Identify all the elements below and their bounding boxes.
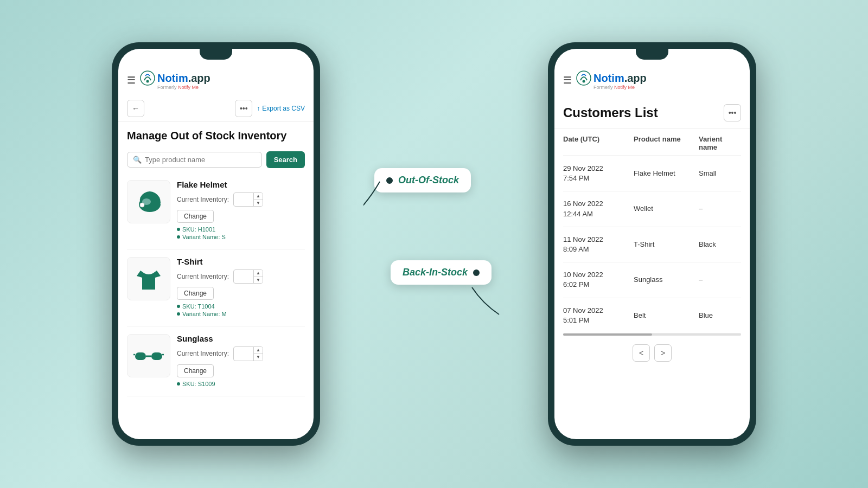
spin-down-1[interactable]: ▼ (254, 277, 263, 284)
scroll-thumb (563, 333, 652, 336)
row3-product: Sunglass (634, 275, 699, 285)
col-product: Product name (634, 135, 699, 151)
export-label: Export as CSV (262, 105, 305, 112)
change-button-1[interactable]: Change (177, 287, 214, 300)
variant-0: Variant Name: S (177, 234, 305, 240)
pagination: < > (554, 336, 750, 370)
hamburger-icon-right[interactable]: ☰ (563, 74, 572, 86)
product-details-2: Sunglass Current Inventory: 0 ▲ ▼ (177, 334, 305, 388)
logo-notim-r: Notim (593, 72, 624, 84)
spin-up-0[interactable]: ▲ (254, 193, 263, 200)
svg-point-0 (141, 71, 155, 85)
svg-point-1 (146, 80, 149, 83)
sku-1: SKU: T1004 (177, 303, 305, 310)
page-header-left: ← ••• ↑ Export as CSV (118, 95, 314, 122)
row4-date: 07 Nov 2022 5:01 PM (563, 306, 634, 325)
table-row-2: 11 Nov 2022 8:09 AM T-Shirt Black (563, 227, 741, 262)
phone-notch-right (636, 49, 668, 60)
table-row-3: 10 Nov 2022 6:02 PM Sunglass – (563, 262, 741, 298)
product-details-1: T-Shirt Current Inventory: 0 ▲ ▼ (177, 257, 305, 318)
more-button-left[interactable]: ••• (235, 100, 252, 117)
row0-variant: Small (699, 169, 741, 178)
right-phone-screen: ☰ Notim.app (554, 49, 750, 439)
change-button-2[interactable]: Change (177, 364, 214, 377)
inventory-row-2: Current Inventory: 0 ▲ ▼ (177, 346, 305, 361)
inventory-input-1: 0 ▲ ▼ (233, 269, 263, 284)
row1-product: Wellet (634, 204, 699, 214)
row0-product: Flake Helmet (634, 169, 699, 178)
inventory-row-1: Current Inventory: 0 ▲ ▼ (177, 269, 305, 284)
col-date: Date (UTC) (563, 135, 634, 151)
spin-up-2[interactable]: ▲ (254, 347, 263, 354)
inventory-input-2: 0 ▲ ▼ (233, 346, 263, 361)
logo-name-left: Notim.app (157, 72, 210, 85)
row2-product: T-Shirt (634, 240, 699, 249)
spin-down-2[interactable]: ▼ (254, 354, 263, 361)
left-phone: ☰ Notim.app (112, 42, 320, 446)
row2-variant: Black (699, 240, 741, 249)
sku-0: SKU: H1001 (177, 226, 305, 233)
logo-formerly-text-r: Formerly (593, 85, 614, 90)
scene: ☰ Notim.app (0, 0, 868, 488)
nav-bar-left: ☰ Notim.app (118, 65, 314, 95)
logo-formerly-brand-r: Notify Me (614, 85, 635, 90)
product-item-2: Sunglass Current Inventory: 0 ▲ ▼ (127, 326, 305, 396)
export-icon: ↑ (257, 105, 260, 112)
left-phone-screen: ☰ Notim.app (118, 49, 314, 439)
meta-dot-variant-1 (177, 312, 180, 316)
phone-notch-left (200, 49, 232, 60)
left-screen-content: ☰ Notim.app (118, 49, 314, 439)
spin-down-0[interactable]: ▼ (254, 200, 263, 207)
hamburger-icon[interactable]: ☰ (127, 74, 136, 86)
row1-date: 16 Nov 2022 12:44 AM (563, 199, 634, 219)
product-image-sunglass (127, 334, 170, 377)
row0-date: 29 Nov 2022 7:54 PM (563, 164, 634, 183)
spin-up-1[interactable]: ▲ (254, 270, 263, 277)
search-input-wrap: 🔍 (127, 152, 262, 168)
right-phone: ☰ Notim.app (548, 42, 756, 446)
export-button[interactable]: ↑ Export as CSV (257, 105, 305, 112)
next-page-button[interactable]: > (654, 344, 672, 362)
svg-point-10 (577, 71, 591, 85)
spinners-2: ▲ ▼ (253, 347, 263, 360)
tag-out-label: Out-Of-Stock (398, 175, 459, 186)
search-button[interactable]: Search (266, 151, 305, 168)
notim-logo-icon-left (140, 70, 155, 86)
table-header: Date (UTC) Product name Varient name (563, 129, 741, 156)
inventory-value-1[interactable]: 0 (234, 272, 253, 282)
product-meta-0: SKU: H1001 Variant Name: S (177, 226, 305, 240)
tag-dot-out (386, 177, 393, 184)
change-button-0[interactable]: Change (177, 210, 214, 223)
meta-dot-sku-2 (177, 382, 180, 386)
logo-main-right: Notim.app (576, 70, 647, 86)
row4-product: Belt (634, 311, 699, 320)
product-name-2: Sunglass (177, 334, 305, 343)
product-details-0: Flake Helmet Current Inventory: 0 ▲ ▼ (177, 180, 305, 241)
svg-point-4 (140, 203, 144, 207)
search-input[interactable] (145, 156, 256, 164)
customers-more-button[interactable]: ••• (724, 104, 741, 121)
tags-area: Out-Of-Stock Back-In-Stock (363, 136, 505, 352)
back-button[interactable]: ← (127, 100, 144, 117)
search-bar: 🔍 Search (118, 147, 314, 172)
col-variant: Varient name (699, 135, 741, 151)
meta-dot-sku-0 (177, 228, 180, 231)
inventory-value-0[interactable]: 0 (234, 195, 253, 205)
search-icon: 🔍 (133, 156, 142, 164)
customers-header: Customers List ••• (554, 95, 750, 129)
inventory-label-2: Current Inventory: (177, 350, 229, 357)
inventory-value-2[interactable]: 0 (234, 349, 253, 359)
table-row-4: 07 Nov 2022 5:01 PM Belt Blue (563, 298, 741, 333)
svg-point-11 (583, 80, 585, 83)
logo-app-r: .app (624, 72, 647, 84)
right-screen-content: ☰ Notim.app (554, 49, 750, 439)
inventory-label-1: Current Inventory: (177, 273, 229, 280)
product-name-1: T-Shirt (177, 257, 305, 266)
tag-back-label: Back-In-Stock (403, 267, 468, 278)
prev-page-button[interactable]: < (633, 344, 650, 362)
row3-variant: – (699, 275, 741, 285)
logo-app: .app (188, 72, 210, 84)
sku-2: SKU: S1009 (177, 381, 305, 387)
helmet-icon (132, 185, 165, 218)
product-meta-1: SKU: T1004 Variant Name: M (177, 303, 305, 317)
